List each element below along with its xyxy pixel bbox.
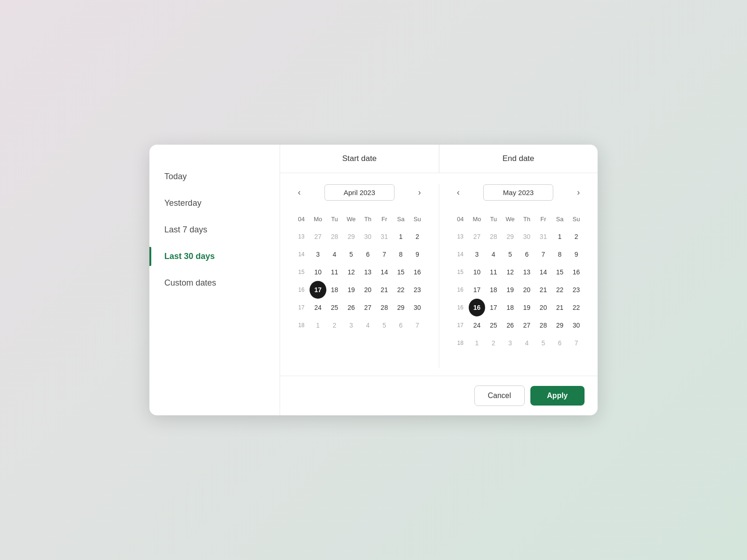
sidebar-item-last7[interactable]: Last 7 days bbox=[149, 217, 280, 243]
table-row[interactable]: 2 bbox=[409, 228, 425, 245]
table-row[interactable]: 21 bbox=[376, 281, 393, 299]
table-row[interactable]: 8 bbox=[393, 245, 409, 263]
table-row[interactable]: 4 bbox=[326, 245, 343, 263]
table-row[interactable]: 29 bbox=[551, 316, 568, 334]
table-row[interactable]: 31 bbox=[535, 228, 551, 245]
table-row[interactable]: 8 bbox=[551, 245, 568, 263]
table-row[interactable]: 30 bbox=[568, 316, 585, 334]
table-row[interactable]: 10 bbox=[310, 263, 326, 281]
table-row[interactable]: 1 bbox=[469, 334, 486, 352]
table-row[interactable]: 4 bbox=[485, 245, 501, 263]
table-row[interactable]: 7 bbox=[376, 245, 393, 263]
table-row[interactable]: 26 bbox=[343, 299, 359, 316]
sidebar-item-last30[interactable]: Last 30 days bbox=[149, 243, 280, 270]
table-row[interactable]: 21 bbox=[535, 281, 551, 299]
table-row[interactable]: 23 bbox=[409, 281, 425, 299]
table-row[interactable]: 30 bbox=[409, 299, 425, 316]
table-row[interactable]: 28 bbox=[376, 299, 393, 316]
table-row[interactable]: 18 bbox=[326, 281, 343, 299]
table-row[interactable]: 19 bbox=[519, 299, 535, 316]
table-row[interactable]: 5 bbox=[535, 334, 551, 352]
table-row[interactable]: 3 bbox=[469, 245, 486, 263]
table-row[interactable]: 24 bbox=[310, 299, 326, 316]
table-row[interactable]: 27 bbox=[359, 299, 376, 316]
table-row[interactable]: 29 bbox=[502, 228, 519, 245]
table-row[interactable]: 6 bbox=[359, 245, 376, 263]
table-row[interactable]: 12 bbox=[343, 263, 359, 281]
table-row[interactable]: 20 bbox=[359, 281, 376, 299]
selected-end-day[interactable]: 16 bbox=[469, 299, 486, 316]
table-row[interactable]: 2 bbox=[568, 228, 585, 245]
table-row[interactable]: 26 bbox=[502, 316, 519, 334]
table-row[interactable]: 25 bbox=[485, 316, 501, 334]
table-row[interactable]: 13 bbox=[359, 263, 376, 281]
table-row[interactable]: 20 bbox=[535, 299, 551, 316]
table-row[interactable]: 4 bbox=[359, 316, 376, 334]
table-row[interactable]: 28 bbox=[326, 228, 343, 245]
table-row[interactable]: 6 bbox=[551, 334, 568, 352]
sidebar-item-today[interactable]: Today bbox=[149, 163, 280, 190]
table-row[interactable]: 6 bbox=[393, 316, 409, 334]
table-row[interactable]: 7 bbox=[409, 316, 425, 334]
table-row[interactable]: 23 bbox=[568, 281, 585, 299]
table-row[interactable]: 9 bbox=[409, 245, 425, 263]
table-row[interactable]: 9 bbox=[568, 245, 585, 263]
table-row[interactable]: 17 bbox=[469, 281, 486, 299]
table-row[interactable]: 2 bbox=[485, 334, 501, 352]
table-row[interactable]: 1 bbox=[551, 228, 568, 245]
table-row[interactable]: 31 bbox=[376, 228, 393, 245]
cancel-button[interactable]: Cancel bbox=[474, 385, 525, 406]
table-row[interactable]: 29 bbox=[393, 299, 409, 316]
table-row[interactable]: 10 bbox=[469, 263, 486, 281]
sidebar-item-yesterday[interactable]: Yesterday bbox=[149, 190, 280, 217]
table-row[interactable]: 22 bbox=[393, 281, 409, 299]
apply-button[interactable]: Apply bbox=[530, 386, 585, 406]
table-row[interactable]: 17 bbox=[485, 299, 501, 316]
table-row[interactable]: 25 bbox=[326, 299, 343, 316]
selected-start-day[interactable]: 17 bbox=[310, 281, 326, 299]
start-calendar-next-btn[interactable]: › bbox=[414, 185, 426, 200]
table-row[interactable]: 24 bbox=[469, 316, 486, 334]
table-row[interactable]: 1 bbox=[310, 316, 326, 334]
table-row[interactable]: 15 bbox=[393, 263, 409, 281]
table-row[interactable]: 12 bbox=[502, 263, 519, 281]
start-calendar-prev-btn[interactable]: ‹ bbox=[293, 185, 305, 200]
table-row[interactable]: 4 bbox=[519, 334, 535, 352]
table-row[interactable]: 11 bbox=[485, 263, 501, 281]
table-row[interactable]: 13 bbox=[519, 263, 535, 281]
table-row[interactable]: 15 bbox=[551, 263, 568, 281]
table-row[interactable]: 1 bbox=[393, 228, 409, 245]
table-row[interactable]: 16 bbox=[409, 263, 425, 281]
table-row[interactable]: 28 bbox=[485, 228, 501, 245]
table-row[interactable]: 20 bbox=[519, 281, 535, 299]
table-row[interactable]: 14 bbox=[376, 263, 393, 281]
sidebar-item-custom[interactable]: Custom dates bbox=[149, 270, 280, 296]
table-row[interactable]: 30 bbox=[519, 228, 535, 245]
table-row[interactable]: 28 bbox=[535, 316, 551, 334]
table-row[interactable]: 18 bbox=[485, 281, 501, 299]
table-row[interactable]: 22 bbox=[551, 281, 568, 299]
table-row[interactable]: 29 bbox=[343, 228, 359, 245]
end-calendar-prev-btn[interactable]: ‹ bbox=[452, 185, 465, 200]
table-row[interactable]: 18 bbox=[502, 299, 519, 316]
table-row[interactable]: 5 bbox=[376, 316, 393, 334]
table-row[interactable]: 30 bbox=[359, 228, 376, 245]
table-row[interactable]: 21 bbox=[551, 299, 568, 316]
table-row[interactable]: 6 bbox=[519, 245, 535, 263]
table-row[interactable]: 7 bbox=[535, 245, 551, 263]
table-row[interactable]: 19 bbox=[343, 281, 359, 299]
table-row[interactable]: 5 bbox=[502, 245, 519, 263]
table-row[interactable]: 22 bbox=[568, 299, 585, 316]
table-row[interactable]: 3 bbox=[502, 334, 519, 352]
table-row[interactable]: 3 bbox=[310, 245, 326, 263]
table-row[interactable]: 27 bbox=[310, 228, 326, 245]
table-row[interactable]: 14 bbox=[535, 263, 551, 281]
table-row[interactable]: 19 bbox=[502, 281, 519, 299]
table-row[interactable]: 16 bbox=[568, 263, 585, 281]
table-row[interactable]: 3 bbox=[343, 316, 359, 334]
table-row[interactable]: 27 bbox=[469, 228, 486, 245]
table-row[interactable]: 5 bbox=[343, 245, 359, 263]
end-calendar-next-btn[interactable]: › bbox=[572, 185, 585, 200]
table-row[interactable]: 7 bbox=[568, 334, 585, 352]
table-row[interactable]: 2 bbox=[326, 316, 343, 334]
